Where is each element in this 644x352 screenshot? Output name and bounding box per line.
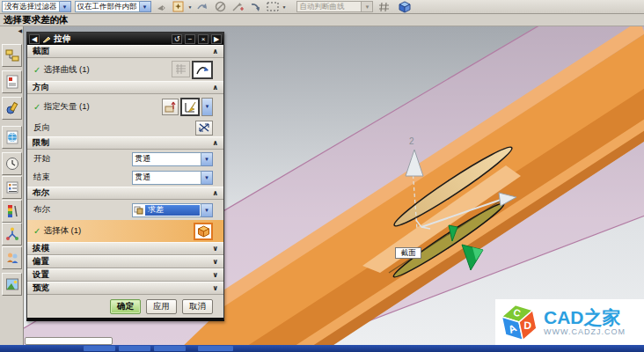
chevron-up-icon: ∧ xyxy=(213,84,219,92)
boolean-option-row: 布尔 求差 ▼ xyxy=(27,200,223,220)
sketch-section-button xyxy=(172,61,190,77)
chevron-down-icon: ▼ xyxy=(362,1,373,12)
inferred-vector-button[interactable] xyxy=(180,98,200,116)
offset-group-header[interactable]: 偏置 ∨ xyxy=(27,255,223,268)
select-body-button[interactable] xyxy=(194,223,213,240)
chevron-down-icon[interactable]: ▼ xyxy=(282,4,286,10)
cancel-button[interactable]: 取消 xyxy=(182,299,213,314)
boolean-combo[interactable]: 求差 ▼ xyxy=(132,203,213,217)
snap-point-icon[interactable] xyxy=(155,1,169,13)
windows-taskbar[interactable] xyxy=(0,345,644,352)
chevron-down-icon[interactable]: ▼ xyxy=(60,1,71,12)
selection-filter-value[interactable]: 没有选择过滤器 xyxy=(2,1,60,12)
dialog-titlebar[interactable]: ◀ 拉伸 ↺ − × ▶ xyxy=(27,33,223,45)
end-limit-value[interactable]: 贯通 xyxy=(132,171,201,185)
watermark: C A D CAD之家 WWW.CADZJ.COM xyxy=(495,299,644,345)
settings-group-header[interactable]: 设置 ∨ xyxy=(27,268,223,282)
boolean-group-header[interactable]: 布尔 ∧ xyxy=(27,187,223,200)
add-selection-icon[interactable] xyxy=(231,1,245,13)
chevron-up-icon: ∧ xyxy=(213,48,219,55)
watermark-title: CAD之家 xyxy=(544,308,626,326)
select-curve-row[interactable]: ✓ 选择曲线 (1) xyxy=(27,58,223,81)
direction-group-header[interactable]: 方向 ∧ xyxy=(27,81,223,94)
taskbar-window-button[interactable] xyxy=(154,346,186,351)
reverse-direction-row[interactable]: 反向 xyxy=(27,119,223,136)
resource-tab-part-navigator[interactable] xyxy=(2,97,22,120)
chevron-down-icon[interactable]: ▼ xyxy=(201,203,213,217)
resource-tab-visualization-scene[interactable] xyxy=(2,273,22,296)
ok-button[interactable]: 确定 xyxy=(110,299,141,314)
status-prompt: 选择要求差的体 xyxy=(0,14,644,26)
redo-arrow-icon[interactable] xyxy=(195,1,209,13)
start-limit-row: 开始 贯通 ▼ xyxy=(27,150,223,168)
specify-vector-row[interactable]: ✓ 指定矢量 (1) ▼ xyxy=(27,94,223,119)
start-limit-value[interactable]: 贯通 xyxy=(132,152,201,166)
dialog-title: 拉伸 xyxy=(54,33,70,45)
chevron-down-icon: ∨ xyxy=(213,271,219,279)
selection-filter-combo[interactable]: 没有选择过滤器 ▼ xyxy=(2,1,71,12)
curve-rule-value: 自动判断曲线 xyxy=(296,1,362,12)
curve-select-button[interactable] xyxy=(192,61,213,79)
selection-scope-combo[interactable]: 仅在工作部件内部 ▼ xyxy=(75,1,151,12)
dialog-back-icon[interactable]: ◀ xyxy=(29,34,40,44)
dialog-minimize-icon[interactable]: − xyxy=(185,34,195,44)
reverse-direction-button[interactable] xyxy=(195,121,213,136)
check-icon: ✓ xyxy=(33,102,40,112)
preview-group-header[interactable]: 预览 ∨ xyxy=(27,282,223,295)
watermark-url: WWW.CADZJ.COM xyxy=(544,328,626,336)
resource-bar: ◀ xyxy=(0,26,24,345)
draft-group-header[interactable]: 拔模 ∨ xyxy=(27,242,223,255)
resource-tab-palette[interactable] xyxy=(2,200,22,223)
svg-text:D: D xyxy=(523,319,531,332)
chevron-down-icon: ∨ xyxy=(213,245,219,253)
dialog-button-row: 确定 应用 取消 xyxy=(27,295,223,318)
horizontal-scrollbar[interactable] xyxy=(25,337,113,345)
chevron-down-icon[interactable]: ▼ xyxy=(201,171,213,185)
marquee-select-icon[interactable] xyxy=(266,1,280,13)
resource-tab-roles[interactable] xyxy=(2,246,22,269)
rotate-arrow-icon[interactable] xyxy=(248,1,262,13)
section-tag-label[interactable]: 截面 xyxy=(395,247,421,259)
taskbar-window-button[interactable] xyxy=(198,346,233,351)
extrude-dialog: ◀ 拉伸 ↺ − × ▶ 截面 ∧ ✓ 选择曲线 (1) xyxy=(26,32,224,321)
resource-tab-system-materials[interactable] xyxy=(2,176,22,199)
resource-tab-constraint-navigator[interactable] xyxy=(2,70,22,93)
chevron-up-icon: ∧ xyxy=(213,189,219,197)
dialog-forward-icon[interactable]: ▶ xyxy=(211,34,222,44)
start-limit-combo[interactable]: 贯通 ▼ xyxy=(132,152,213,166)
dialog-reset-icon[interactable]: ↺ xyxy=(172,34,182,44)
chevron-down-icon[interactable]: ▼ xyxy=(188,4,193,10)
prompt-text: 选择要求差的体 xyxy=(4,14,69,26)
no-selection-icon[interactable] xyxy=(213,1,227,13)
resource-tab-internet-explorer[interactable] xyxy=(2,126,22,149)
orange-cube-icon xyxy=(197,225,210,238)
sidebar-collapse-icon[interactable]: ◀ xyxy=(18,27,22,33)
vector-dialog-button[interactable] xyxy=(162,99,179,115)
chevron-down-icon[interactable]: ▼ xyxy=(201,152,213,166)
boolean-value[interactable]: 求差 xyxy=(145,205,200,216)
point-dialog-icon[interactable] xyxy=(172,1,187,13)
limits-group-header[interactable]: 限制 ∧ xyxy=(27,136,223,150)
solid-cube-icon[interactable] xyxy=(398,1,412,13)
apply-button[interactable]: 应用 xyxy=(146,299,177,314)
section-group-header[interactable]: 截面 ∧ xyxy=(27,45,223,58)
chevron-down-icon: ∨ xyxy=(213,284,219,292)
check-icon: ✓ xyxy=(33,65,40,75)
selection-scope-value[interactable]: 仅在工作部件内部 xyxy=(75,1,140,12)
resource-tab-history[interactable] xyxy=(2,152,22,175)
select-body-row[interactable]: ✓ 选择体 (1) xyxy=(27,220,223,242)
chevron-down-icon[interactable]: ▼ xyxy=(140,1,151,12)
chevron-up-icon: ∧ xyxy=(213,139,219,147)
workspace: 2 截面 C A D CAD之家 WWW.CADZJ.COM ◀ xyxy=(0,26,644,345)
taskbar-window-button[interactable] xyxy=(84,346,115,351)
axis-hint-label: 2 xyxy=(409,136,414,146)
vector-options-dropdown[interactable]: ▼ xyxy=(201,98,213,116)
taskbar-window-button[interactable] xyxy=(119,346,150,351)
dialog-close-icon[interactable]: × xyxy=(198,34,209,44)
resource-tab-assembly-navigator[interactable] xyxy=(2,44,22,67)
pencil-icon xyxy=(42,34,51,43)
stop-at-intersection-icon[interactable] xyxy=(377,1,391,13)
end-limit-combo[interactable]: 贯通 ▼ xyxy=(132,171,213,185)
resource-tab-process-studio[interactable] xyxy=(2,223,22,246)
end-limit-row: 结束 贯通 ▼ xyxy=(27,168,223,187)
